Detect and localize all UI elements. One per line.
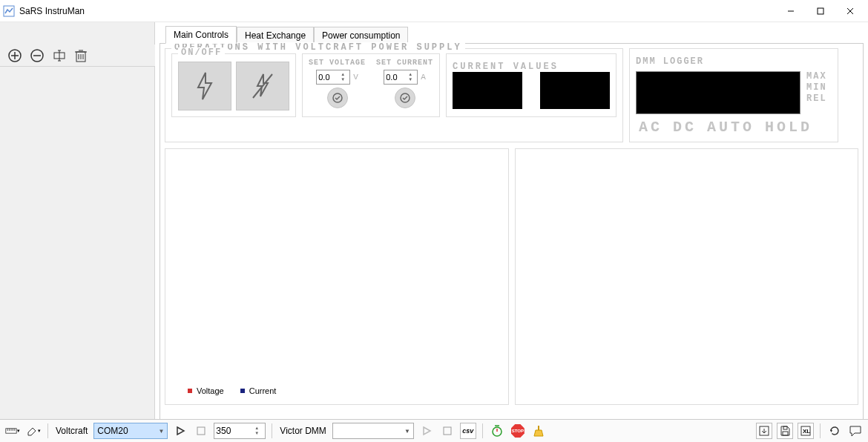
dmm-max-label: MAX bbox=[806, 71, 827, 82]
svg-marker-32 bbox=[177, 427, 184, 435]
svg-rect-33 bbox=[197, 427, 205, 435]
current-unit: A bbox=[421, 73, 426, 82]
voltcraft-stop-button[interactable] bbox=[193, 423, 209, 439]
legend-marker-current bbox=[240, 389, 245, 393]
voltage-display bbox=[453, 72, 522, 109]
tab-main-controls[interactable]: Main Controls bbox=[165, 26, 237, 44]
add-icon[interactable] bbox=[7, 48, 22, 63]
legend-marker-voltage bbox=[188, 389, 192, 393]
side-panel: ⋯ 25/01/2016 19:08:6 bbox=[0, 22, 155, 419]
legend-label-current: Current bbox=[249, 386, 277, 395]
current-input[interactable]: 0.0▲▼ bbox=[384, 70, 418, 85]
current-display bbox=[540, 72, 610, 109]
chart-left: Voltage Current bbox=[165, 148, 509, 405]
save-icon[interactable] bbox=[777, 423, 793, 439]
onoff-group: ON/OFF bbox=[171, 53, 296, 117]
legend-label-voltage: Voltage bbox=[197, 386, 224, 395]
set-values-group: SET VOLTAGE 0.0▲▼ V SET CURRENT bbox=[302, 53, 440, 117]
voltcraft-port-combo[interactable]: COM20▼ bbox=[93, 423, 168, 439]
dmm-ac-label: AC bbox=[639, 119, 662, 136]
current-values-group: CURRENT VALUES bbox=[446, 53, 617, 117]
chart-right bbox=[515, 148, 859, 405]
clean-icon[interactable] bbox=[530, 423, 547, 439]
chart-legend: Voltage Current bbox=[188, 386, 276, 395]
voltcraft-label: Voltcraft bbox=[54, 426, 89, 436]
svg-rect-41 bbox=[783, 426, 787, 429]
interval-input[interactable]: 350▲▼ bbox=[214, 423, 266, 439]
dmm-mode-row: AC DC AUTO HOLD bbox=[636, 119, 832, 136]
victor-port-combo[interactable]: ▼ bbox=[332, 423, 414, 439]
titlebar: SaRS InstruMan bbox=[0, 0, 868, 22]
minimize-button[interactable] bbox=[776, 1, 806, 22]
set-current-label: SET CURRENT bbox=[376, 59, 433, 67]
voltage-unit: V bbox=[353, 73, 358, 82]
dmm-hold-label: HOLD bbox=[765, 119, 812, 136]
export-xl-icon[interactable]: XL bbox=[798, 423, 814, 439]
dmm-rel-label: REL bbox=[806, 93, 827, 104]
rename-icon[interactable] bbox=[52, 48, 67, 63]
current-values-title: CURRENT VALUES bbox=[453, 62, 610, 72]
import-icon[interactable] bbox=[756, 423, 772, 439]
svg-marker-44 bbox=[830, 430, 832, 432]
dmm-auto-label: AUTO bbox=[707, 119, 754, 136]
victor-label: Victor DMM bbox=[278, 426, 327, 436]
svg-rect-35 bbox=[444, 427, 451, 435]
status-bar: ▾ ▾ Voltcraft COM20▼ 350▲▼ Victor DMM ▼ … bbox=[0, 419, 868, 442]
svg-marker-34 bbox=[424, 427, 430, 435]
tab-panel: OPERATIONS WITH VOLTCRAFT POWER SUPPLY O… bbox=[160, 43, 864, 420]
maximize-button[interactable] bbox=[806, 1, 835, 22]
eraser-icon[interactable]: ▾ bbox=[25, 423, 42, 439]
dmm-title: DMM LOGGER bbox=[636, 56, 832, 67]
power-on-button[interactable] bbox=[178, 62, 231, 110]
apply-voltage-button[interactable] bbox=[327, 88, 348, 108]
dmm-dc-label: DC bbox=[673, 119, 697, 136]
operations-group: OPERATIONS WITH VOLTCRAFT POWER SUPPLY O… bbox=[165, 48, 623, 142]
stop-sign-icon[interactable]: STOP bbox=[510, 423, 526, 439]
remove-icon[interactable] bbox=[30, 48, 45, 63]
tab-heat-exchange[interactable]: Heat Exchange bbox=[237, 27, 314, 44]
ruler-icon[interactable]: ▾ bbox=[4, 423, 21, 439]
victor-play-button[interactable] bbox=[418, 423, 435, 439]
apply-current-button[interactable] bbox=[395, 88, 415, 108]
dmm-min-label: MIN bbox=[806, 82, 827, 93]
svg-rect-2 bbox=[818, 8, 823, 14]
dmm-indicators: MAX MIN REL bbox=[806, 71, 827, 104]
close-button[interactable] bbox=[835, 1, 865, 22]
svg-rect-40 bbox=[783, 432, 788, 435]
set-voltage-label: SET VOLTAGE bbox=[309, 59, 366, 67]
app-icon bbox=[3, 5, 15, 17]
tab-strip: Main Controls Heat Exchange Power consum… bbox=[165, 24, 864, 43]
csv-export-button[interactable]: csv bbox=[460, 423, 476, 439]
dmm-display bbox=[636, 71, 800, 114]
onoff-label: ON/OFF bbox=[178, 47, 225, 58]
svg-text:XL: XL bbox=[803, 428, 810, 435]
window-title: SaRS InstruMan bbox=[19, 6, 776, 16]
power-off-button[interactable] bbox=[236, 62, 289, 110]
timer-icon[interactable] bbox=[489, 423, 505, 439]
voltage-input[interactable]: 0.0▲▼ bbox=[316, 70, 350, 85]
tab-power-consumption[interactable]: Power consumption bbox=[314, 27, 408, 44]
voltcraft-play-button[interactable] bbox=[172, 423, 188, 439]
delete-icon[interactable] bbox=[74, 48, 88, 63]
main-area: Main Controls Heat Exchange Power consum… bbox=[155, 22, 868, 419]
dmm-logger-group: DMM LOGGER MAX MIN REL AC DC AUTO HOLD bbox=[629, 48, 838, 142]
comment-icon[interactable] bbox=[847, 423, 864, 439]
refresh-icon[interactable] bbox=[826, 423, 843, 439]
victor-stop-button[interactable] bbox=[439, 423, 456, 439]
